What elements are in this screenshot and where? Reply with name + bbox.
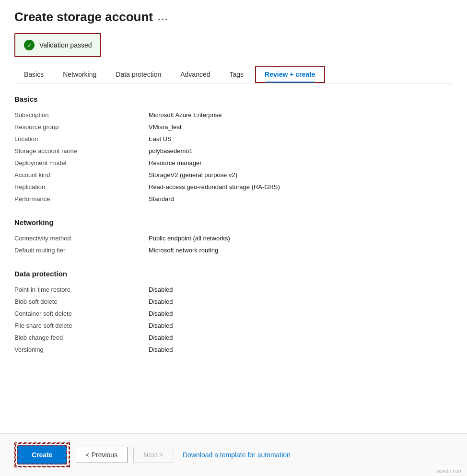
label-performance: Performance xyxy=(14,193,149,205)
page-container: Create storage account ... ✓ Validation … xyxy=(0,0,467,476)
table-row: Replication Read-access geo-redundant st… xyxy=(14,181,453,193)
create-button-wrapper: Create xyxy=(14,442,70,467)
value-replication: Read-access geo-redundant storage (RA-GR… xyxy=(149,181,453,193)
page-title-ellipsis: ... xyxy=(158,12,169,23)
next-button[interactable]: Next > xyxy=(133,447,173,463)
value-subscription: Microsoft Azure Enterprise xyxy=(149,109,453,121)
table-row: Versioning Disabled xyxy=(14,344,453,356)
value-connectivity-method: Public endpoint (all networks) xyxy=(149,232,453,244)
tab-tags[interactable]: Tags xyxy=(220,66,254,83)
basics-section-title: Basics xyxy=(14,95,453,103)
table-row: Location East US xyxy=(14,133,453,145)
label-blob-soft-delete: Blob soft delete xyxy=(14,296,149,308)
value-storage-account-name: polybasedemo1 xyxy=(149,145,453,157)
data-protection-section-title: Data protection xyxy=(14,270,453,278)
label-blob-change-feed: Blob change feed xyxy=(14,332,149,344)
label-point-in-time: Point-in-time restore xyxy=(14,284,149,296)
label-storage-account-name: Storage account name xyxy=(14,145,149,157)
tab-advanced[interactable]: Advanced xyxy=(171,66,220,83)
validation-banner: ✓ Validation passed xyxy=(14,33,101,57)
tab-networking[interactable]: Networking xyxy=(53,66,106,83)
data-protection-section: Data protection Point-in-time restore Di… xyxy=(14,270,453,356)
label-replication: Replication xyxy=(14,181,149,193)
value-point-in-time: Disabled xyxy=(149,284,453,296)
table-row: Account kind StorageV2 (general purpose … xyxy=(14,169,453,181)
table-row: Deployment model Resource manager xyxy=(14,157,453,169)
create-button[interactable]: Create xyxy=(17,445,67,464)
tab-data-protection[interactable]: Data protection xyxy=(106,66,171,83)
page-title: Create storage account xyxy=(14,10,153,24)
label-versioning: Versioning xyxy=(14,344,149,356)
table-row: Blob soft delete Disabled xyxy=(14,296,453,308)
basics-section: Basics Subscription Microsoft Azure Ente… xyxy=(14,95,453,205)
tab-basics[interactable]: Basics xyxy=(14,66,53,83)
tabs-container: Basics Networking Data protection Advanc… xyxy=(14,66,453,83)
table-row: Resource group VMisra_test xyxy=(14,121,453,133)
table-row: Default routing tier Microsoft network r… xyxy=(14,244,453,256)
label-resource-group: Resource group xyxy=(14,121,149,133)
footer-bar: Create < Previous Next > Download a temp… xyxy=(0,433,467,476)
main-content: Create storage account ... ✓ Validation … xyxy=(0,0,467,433)
value-container-soft-delete: Disabled xyxy=(149,308,453,320)
value-deployment-model: Resource manager xyxy=(149,157,453,169)
download-template-link[interactable]: Download a template for automation xyxy=(183,451,291,459)
value-account-kind: StorageV2 (general purpose v2) xyxy=(149,169,453,181)
networking-section: Networking Connectivity method Public en… xyxy=(14,218,453,256)
data-protection-table: Point-in-time restore Disabled Blob soft… xyxy=(14,284,453,356)
watermark: wsxdn.com xyxy=(435,467,464,474)
label-account-kind: Account kind xyxy=(14,169,149,181)
value-resource-group: VMisra_test xyxy=(149,121,453,133)
basics-table: Subscription Microsoft Azure Enterprise … xyxy=(14,109,453,205)
label-connectivity-method: Connectivity method xyxy=(14,232,149,244)
networking-section-title: Networking xyxy=(14,218,453,226)
value-blob-soft-delete: Disabled xyxy=(149,296,453,308)
table-row: Point-in-time restore Disabled xyxy=(14,284,453,296)
table-row: Storage account name polybasedemo1 xyxy=(14,145,453,157)
label-subscription: Subscription xyxy=(14,109,149,121)
value-blob-change-feed: Disabled xyxy=(149,332,453,344)
previous-button[interactable]: < Previous xyxy=(76,447,128,463)
value-versioning: Disabled xyxy=(149,344,453,356)
label-deployment-model: Deployment model xyxy=(14,157,149,169)
table-row: Connectivity method Public endpoint (all… xyxy=(14,232,453,244)
value-location: East US xyxy=(149,133,453,145)
label-routing-tier: Default routing tier xyxy=(14,244,149,256)
tab-review-create[interactable]: Review + create xyxy=(255,66,325,83)
label-container-soft-delete: Container soft delete xyxy=(14,308,149,320)
label-file-share-soft-delete: File share soft delete xyxy=(14,320,149,332)
value-file-share-soft-delete: Disabled xyxy=(149,320,453,332)
table-row: Blob change feed Disabled xyxy=(14,332,453,344)
networking-table: Connectivity method Public endpoint (all… xyxy=(14,232,453,256)
table-row: File share soft delete Disabled xyxy=(14,320,453,332)
validation-text: Validation passed xyxy=(39,41,92,49)
label-location: Location xyxy=(14,133,149,145)
table-row: Subscription Microsoft Azure Enterprise xyxy=(14,109,453,121)
table-row: Performance Standard xyxy=(14,193,453,205)
value-performance: Standard xyxy=(149,193,453,205)
value-routing-tier: Microsoft network routing xyxy=(149,244,453,256)
validation-check-icon: ✓ xyxy=(24,40,35,50)
table-row: Container soft delete Disabled xyxy=(14,308,453,320)
page-title-area: Create storage account ... xyxy=(14,10,453,24)
